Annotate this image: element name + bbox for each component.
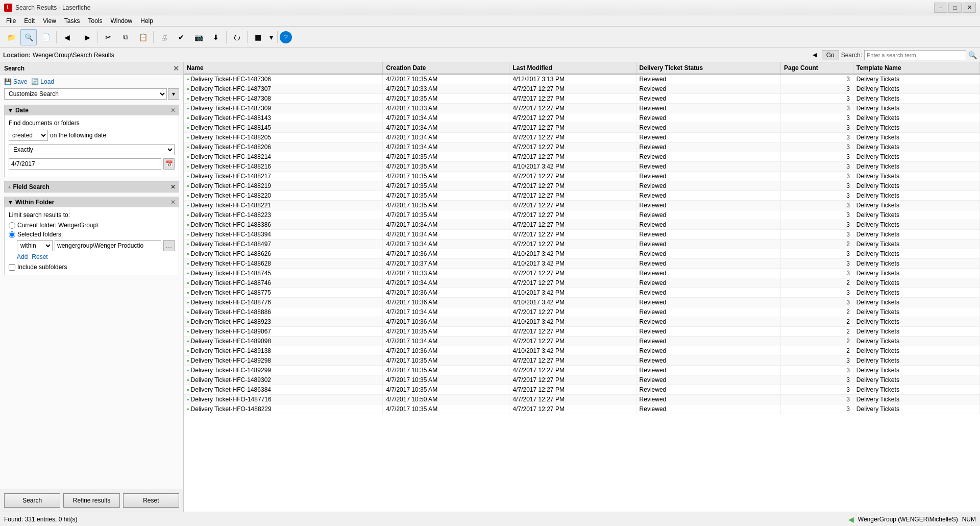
menu-edit[interactable]: Edit: [20, 16, 39, 26]
table-row[interactable]: ▪ Delivery Ticket-HFO-1487716 4/7/2017 1…: [184, 395, 980, 404]
table-row[interactable]: ▪ Delivery Ticket-HFC-1488745 4/7/2017 1…: [184, 269, 980, 278]
table-row[interactable]: ▪ Delivery Ticket-HFC-1488775 4/7/2017 1…: [184, 288, 980, 298]
menu-file[interactable]: File: [2, 16, 20, 26]
col-header-template[interactable]: Template Name: [853, 62, 979, 74]
table-row[interactable]: ▪ Delivery Ticket-HFC-1488217 4/7/2017 1…: [184, 172, 980, 181]
menu-tasks[interactable]: Tasks: [60, 16, 84, 26]
table-row[interactable]: ▪ Delivery Ticket-HFC-1488497 4/7/2017 1…: [184, 240, 980, 249]
table-row[interactable]: ▪ Delivery Ticket-HFC-1488394 4/7/2017 1…: [184, 230, 980, 240]
browse-button[interactable]: …: [163, 240, 175, 251]
search-go-icon[interactable]: 🔍: [968, 51, 977, 59]
copy-button[interactable]: ⧉: [117, 29, 134, 45]
save-button[interactable]: 💾 Save: [4, 78, 27, 85]
date-input[interactable]: [9, 158, 161, 170]
table-row[interactable]: ▪ Delivery Ticket-HFC-1488220 4/7/2017 1…: [184, 191, 980, 201]
table-row[interactable]: ▪ Delivery Ticket-HFC-1488145 4/7/2017 1…: [184, 123, 980, 133]
exactly-select[interactable]: Exactly Before After Between: [9, 144, 175, 155]
table-row[interactable]: ▪ Delivery Ticket-HFC-1487308 4/7/2017 1…: [184, 94, 980, 104]
stamp-button[interactable]: ✔: [173, 29, 189, 45]
table-row[interactable]: ▪ Delivery Ticket-HFC-1488223 4/7/2017 1…: [184, 210, 980, 220]
table-row[interactable]: ▪ Delivery Ticket-HFC-1488923 4/7/2017 1…: [184, 317, 980, 327]
addr-back-button[interactable]: ◀: [810, 50, 820, 60]
customize-search-select[interactable]: Customize Search: [4, 88, 167, 100]
date-type-select[interactable]: created modified accessed: [9, 130, 48, 141]
table-row[interactable]: ▪ Delivery Ticket-HFC-1488628 4/7/2017 1…: [184, 259, 980, 269]
help-button[interactable]: ?: [280, 31, 292, 43]
refine-results-button[interactable]: Refine results: [63, 493, 119, 508]
table-row[interactable]: ▪ Delivery Ticket-HFC-1488143 4/7/2017 1…: [184, 113, 980, 123]
cell-pages: 3: [781, 123, 853, 133]
table-row[interactable]: ▪ Delivery Ticket-HFC-1488214 4/7/2017 1…: [184, 152, 980, 162]
reset-folder-link[interactable]: Reset: [32, 253, 47, 260]
include-subfolders-checkbox[interactable]: [9, 264, 15, 271]
table-row[interactable]: ▪ Delivery Ticket-HFC-1487309 4/7/2017 1…: [184, 104, 980, 113]
minimize-button[interactable]: −: [934, 3, 947, 13]
table-row[interactable]: ▪ Delivery Ticket-HFC-1487306 4/7/2017 1…: [184, 74, 980, 84]
table-row[interactable]: ▪ Delivery Ticket-HFC-1488886 4/7/2017 1…: [184, 307, 980, 317]
close-button[interactable]: ✕: [963, 3, 976, 13]
table-row[interactable]: ▪ Delivery Ticket-HFC-1487307 4/7/2017 1…: [184, 84, 980, 94]
customize-search-arrow[interactable]: ▾: [168, 88, 179, 100]
within-operator-select[interactable]: within not within: [17, 240, 53, 251]
col-header-modified[interactable]: Last Modified: [509, 62, 636, 74]
folder-open-button[interactable]: 📁: [3, 29, 19, 45]
view-toggle-button[interactable]: ▦: [250, 29, 266, 45]
date-section-header[interactable]: ▼ Date ✕: [5, 105, 179, 115]
table-row[interactable]: ▪ Delivery Ticket-HFC-1488386 4/7/2017 1…: [184, 220, 980, 230]
table-row[interactable]: ▪ Delivery Ticket-HFC-1489098 4/7/2017 1…: [184, 337, 980, 346]
within-folder-remove[interactable]: ✕: [170, 199, 176, 206]
table-row[interactable]: ▪ Delivery Ticket-HFC-1488626 4/7/2017 1…: [184, 249, 980, 259]
current-folder-radio[interactable]: [9, 222, 15, 229]
table-row[interactable]: ▪ Delivery Ticket-HFC-1486384 4/7/2017 1…: [184, 385, 980, 395]
table-row[interactable]: ▪ Delivery Ticket-HFC-1488221 4/7/2017 1…: [184, 201, 980, 210]
selected-folders-radio[interactable]: [9, 231, 15, 238]
paste-button[interactable]: 📋: [135, 29, 151, 45]
print-button[interactable]: 🖨: [156, 29, 172, 45]
reset-search-button[interactable]: Reset: [123, 493, 179, 508]
go-button[interactable]: Go: [822, 50, 839, 60]
back-button[interactable]: ◀: [59, 29, 75, 45]
col-header-name[interactable]: Name: [184, 62, 383, 74]
menu-tools[interactable]: Tools: [84, 16, 107, 26]
table-row[interactable]: ▪ Delivery Ticket-HFC-1489067 4/7/2017 1…: [184, 327, 980, 337]
date-section-remove[interactable]: ✕: [170, 107, 176, 114]
col-header-pages[interactable]: Page Count: [781, 62, 853, 74]
table-row[interactable]: ▪ Delivery Ticket-HFC-1489298 4/7/2017 1…: [184, 356, 980, 366]
field-search-section[interactable]: + Field Search ✕: [4, 181, 179, 193]
folder-path-input[interactable]: [55, 240, 161, 251]
table-row[interactable]: ▪ Delivery Ticket-HFC-1488219 4/7/2017 1…: [184, 181, 980, 191]
col-header-created[interactable]: Creation Date: [383, 62, 509, 74]
camera-button[interactable]: 📷: [190, 29, 207, 45]
scissors-button[interactable]: ✂: [100, 29, 116, 45]
search-panel-close[interactable]: ✕: [173, 64, 179, 73]
menu-view[interactable]: View: [39, 16, 60, 26]
table-row[interactable]: ▪ Delivery Ticket-HFC-1489138 4/7/2017 1…: [184, 346, 980, 356]
menu-help[interactable]: Help: [136, 16, 157, 26]
forward-button[interactable]: ▶: [79, 29, 95, 45]
menu-window[interactable]: Window: [107, 16, 137, 26]
search-execute-button[interactable]: Search: [4, 493, 60, 508]
document-button[interactable]: 📄: [38, 29, 54, 45]
view-arrow-button[interactable]: ▾: [267, 29, 275, 45]
search-toolbar-button[interactable]: 🔍: [20, 29, 37, 45]
results-table-container[interactable]: Name Creation Date Last Modified Deliver…: [184, 62, 980, 512]
search-term-input[interactable]: [864, 50, 966, 60]
cell-created: 4/7/2017 10:35 AM: [383, 172, 509, 181]
maximize-button[interactable]: □: [948, 3, 962, 13]
download-button[interactable]: ⬇: [208, 29, 224, 45]
table-row[interactable]: ▪ Delivery Ticket-HFC-1488776 4/7/2017 1…: [184, 298, 980, 307]
load-button[interactable]: 🔄 Load: [31, 78, 54, 85]
import-button[interactable]: ⭮: [229, 29, 245, 45]
table-row[interactable]: ▪ Delivery Ticket-HFC-1489299 4/7/2017 1…: [184, 366, 980, 375]
table-row[interactable]: ▪ Delivery Ticket-HFC-1489302 4/7/2017 1…: [184, 375, 980, 385]
table-row[interactable]: ▪ Delivery Ticket-HFC-1488746 4/7/2017 1…: [184, 278, 980, 288]
col-header-status[interactable]: Delivery Ticket Status: [636, 62, 781, 74]
add-folder-link[interactable]: Add: [17, 253, 28, 260]
table-row[interactable]: ▪ Delivery Ticket-HFC-1488216 4/7/2017 1…: [184, 162, 980, 172]
calendar-button[interactable]: 📅: [163, 158, 175, 170]
table-row[interactable]: ▪ Delivery Ticket-HFC-1488205 4/7/2017 1…: [184, 133, 980, 142]
table-row[interactable]: ▪ Delivery Ticket-HFC-1488206 4/7/2017 1…: [184, 142, 980, 152]
field-search-remove[interactable]: ✕: [170, 183, 176, 190]
table-row[interactable]: ▪ Delivery Ticket-HFO-1488229 4/7/2017 1…: [184, 404, 980, 414]
within-folder-header[interactable]: ▼ Within Folder ✕: [5, 197, 179, 207]
